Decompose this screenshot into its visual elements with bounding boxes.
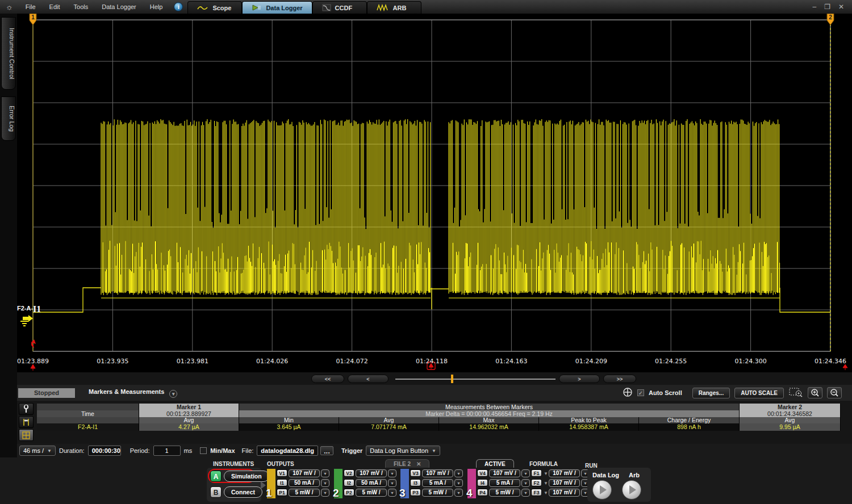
i1-badge[interactable]: I1 (277, 479, 287, 486)
restore-button[interactable]: ❐ (824, 3, 830, 11)
instrument-b-button[interactable]: B (210, 486, 222, 498)
f2-select-dropdown[interactable]: ▼ (544, 481, 548, 486)
instrument-a-button[interactable]: A (210, 471, 222, 482)
scroll-back-button[interactable]: < (348, 375, 389, 383)
sidebar-tab-instrument-control[interactable]: Instrument Control (1, 17, 16, 90)
i3-badge[interactable]: I3 (410, 479, 421, 486)
tab-ccdf[interactable]: CCDF (312, 1, 367, 14)
period-input[interactable]: 1 (153, 446, 181, 456)
f3-value[interactable]: 107 mV / (549, 489, 580, 497)
sidebar-tab-error-log[interactable]: Error Log (1, 96, 16, 141)
scroll-forward-button[interactable]: > (559, 375, 600, 383)
v4-dropdown[interactable]: ▼ (521, 469, 530, 477)
ranges-button[interactable]: Ranges... (692, 388, 730, 398)
v2-value[interactable]: 107 mV / (356, 469, 387, 477)
simulation-button[interactable]: Simulation (224, 471, 269, 482)
f2-badge[interactable]: F2 (531, 479, 542, 486)
scroll-rewind-button[interactable]: << (311, 375, 344, 383)
v3-dropdown[interactable]: ▼ (454, 469, 463, 477)
crosshair-icon[interactable] (623, 387, 633, 399)
p2-badge[interactable]: P2 (344, 489, 354, 496)
f3-select-dropdown[interactable]: ▼ (544, 490, 548, 495)
p1-dropdown[interactable]: ▼ (321, 489, 329, 497)
info-icon[interactable]: i (174, 2, 183, 11)
p1-badge[interactable]: P1 (277, 489, 287, 496)
duration-input[interactable]: 000:00:30 (88, 446, 121, 456)
p2-dropdown[interactable]: ▼ (388, 489, 396, 497)
p4-dropdown[interactable]: ▼ (521, 489, 530, 497)
v2-badge[interactable]: V2 (344, 469, 354, 477)
i2-badge[interactable]: I2 (344, 479, 354, 486)
browse-file-button[interactable]: ... (320, 446, 333, 455)
file2-tab[interactable]: FILE 2 ✕ (385, 459, 429, 468)
menu-data-logger[interactable]: Data Logger (95, 0, 143, 14)
arb-run-button[interactable] (622, 480, 641, 499)
i1-value[interactable]: 50 mA / (289, 479, 320, 487)
f1-value[interactable]: 107 mV / (549, 469, 580, 477)
waveform-plot[interactable]: 1201:23.88901:23.93501:23.98101:24.02601… (17, 14, 852, 372)
wrench-icon[interactable] (19, 403, 34, 415)
i4-badge[interactable]: I4 (477, 479, 488, 486)
menu-help[interactable]: Help (143, 0, 170, 14)
menu-edit[interactable]: Edit (43, 0, 67, 14)
close-button[interactable]: ✕ (838, 3, 844, 11)
i3-dropdown[interactable]: ▼ (454, 479, 463, 487)
file2-close-icon[interactable]: ✕ (416, 461, 421, 467)
zoom-region-icon[interactable] (788, 386, 803, 400)
expand-arrow-icon[interactable] (261, 481, 266, 489)
settings-gear-icon[interactable]: ☼ (0, 2, 19, 11)
auto-scroll-checkbox[interactable]: ✓ (637, 389, 644, 396)
i3-value[interactable]: 5 mA / (422, 479, 453, 487)
connect-button[interactable]: Connect (224, 486, 262, 498)
v3-badge[interactable]: V3 (410, 469, 421, 477)
minimize-button[interactable]: – (812, 3, 816, 11)
i4-value[interactable]: 5 mA / (489, 479, 520, 487)
marker1-header[interactable]: Marker 1 (139, 404, 239, 410)
f1-select-dropdown[interactable]: ▼ (544, 471, 548, 476)
menu-file[interactable]: File (19, 0, 43, 14)
datalog-chart[interactable]: 1201:23.88901:23.93501:23.98101:24.02601… (17, 14, 852, 372)
tab-arb[interactable]: ARB (367, 1, 421, 14)
trace-label[interactable]: F2-A-I1 (17, 304, 41, 328)
markers-measurements-title[interactable]: Markers & Measurements ▾ (89, 388, 177, 398)
scroll-thumb[interactable] (451, 375, 453, 383)
v3-value[interactable]: 107 mV / (422, 469, 453, 477)
v1-dropdown[interactable]: ▼ (321, 469, 329, 477)
file-input[interactable]: datalogdata28.dlg (257, 446, 318, 456)
menu-tools[interactable]: Tools (67, 0, 95, 14)
v1-value[interactable]: 107 mV / (289, 469, 320, 477)
trigger-dropdown[interactable]: Data Log Run Button ▼ (366, 446, 440, 456)
v4-value[interactable]: 107 mV / (489, 469, 520, 477)
i2-dropdown[interactable]: ▼ (388, 479, 396, 487)
p3-dropdown[interactable]: ▼ (454, 489, 463, 497)
p4-badge[interactable]: P4 (477, 489, 488, 496)
tab-data-logger[interactable]: Data Logger (242, 1, 312, 14)
v2-dropdown[interactable]: ▼ (388, 469, 396, 477)
p3-value[interactable]: 5 mW / (422, 489, 453, 497)
scroll-ff-button[interactable]: >> (603, 375, 636, 383)
p3-badge[interactable]: P3 (410, 489, 421, 496)
f3-badge[interactable]: F3 (531, 489, 542, 496)
auto-scale-button[interactable]: AUTO SCALE (734, 388, 784, 398)
trace-row-label[interactable]: F2-A-I1 (37, 423, 139, 431)
marker2-header[interactable]: Marker 2 (740, 404, 841, 410)
p2-value[interactable]: 5 mW / (356, 489, 387, 497)
tab-scope[interactable]: Scope (187, 1, 242, 14)
f1-badge[interactable]: F1 (531, 469, 542, 477)
p1-value[interactable]: 5 mW / (289, 489, 320, 497)
markers-cursors-icon[interactable] (19, 416, 34, 428)
grid-view-icon[interactable] (19, 429, 34, 441)
v4-badge[interactable]: V4 (477, 469, 488, 477)
active-tab[interactable]: ACTIVE (476, 459, 514, 468)
zoom-out-button[interactable] (827, 387, 842, 398)
scroll-track[interactable] (395, 375, 556, 383)
timebase-dropdown[interactable]: 46 ms / ▼ (19, 446, 56, 456)
v1-badge[interactable]: V1 (277, 469, 287, 477)
zoom-in-button[interactable] (808, 387, 822, 398)
minmax-checkbox[interactable]: ✓ (200, 447, 207, 454)
i4-dropdown[interactable]: ▼ (521, 479, 530, 487)
chevron-down-icon[interactable]: ▾ (169, 390, 177, 398)
data-log-run-button[interactable] (592, 480, 612, 499)
p4-value[interactable]: 5 mW / (489, 489, 520, 497)
f2-value[interactable]: 107 mV / (549, 479, 580, 487)
